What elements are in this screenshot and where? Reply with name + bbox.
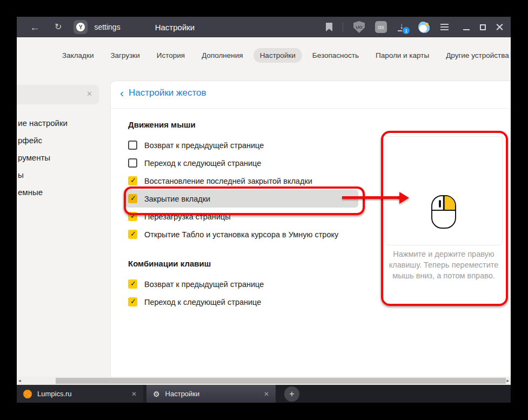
mouse-wheel-icon: [439, 200, 441, 208]
lumpics-favicon: [23, 390, 32, 398]
mouse-divider-vertical: [443, 196, 445, 210]
mouse-right-button-highlight: [444, 196, 455, 210]
download-base-line: [398, 30, 402, 31]
browser-window: ← ↻ Y settings Настройки UO ɑs ↓ 1 Закла…: [17, 17, 511, 403]
bookmark-icon[interactable]: [326, 23, 332, 31]
gesture-hint-text: Нажмите и держите правую клавишу. Теперь…: [384, 249, 504, 281]
nav-tab-addons[interactable]: Дополнения: [195, 48, 249, 63]
checkbox[interactable]: [128, 297, 137, 306]
tab-label: Lumpics.ru: [37, 390, 131, 398]
back-icon[interactable]: ←: [30, 22, 40, 32]
screenshot-root: { "colors": { "accent_yellow": "#ffcc00"…: [0, 0, 528, 420]
checkbox[interactable]: [128, 212, 137, 221]
gestures-page-title: Настройки жестов: [129, 88, 206, 98]
sidebar-item-interface[interactable]: рфейс: [18, 136, 42, 145]
checkbox[interactable]: [128, 141, 137, 150]
nav-tab-devices[interactable]: Другие устройства: [439, 48, 511, 63]
toolbar-divider: [343, 22, 343, 32]
nav-tab-security[interactable]: Безопасность: [306, 48, 365, 63]
maximize-button[interactable]: [480, 24, 486, 30]
sidebar-item-system[interactable]: емные: [18, 188, 43, 197]
checkbox[interactable]: [128, 279, 137, 289]
gesture-option-row-highlighted[interactable]: Закрытие вкладки: [125, 190, 358, 208]
alice-assistant-icon[interactable]: [418, 21, 430, 33]
settings-main-panel: ‹ Настройки жестов Движения мыши Возврат…: [111, 81, 511, 377]
mouse-illustration: [431, 195, 456, 229]
minimize-button[interactable]: [463, 24, 470, 30]
reload-icon[interactable]: ↻: [55, 23, 62, 31]
sidebar-item-general[interactable]: ие настройки: [18, 118, 68, 128]
sidebar-item-sites[interactable]: ы: [18, 170, 24, 179]
checkbox[interactable]: [128, 176, 137, 185]
nav-tab-downloads[interactable]: Загрузки: [104, 48, 146, 63]
page-title-toolbar: Настройки: [155, 23, 195, 32]
scroll-right-arrow-icon[interactable]: ▸: [506, 377, 509, 384]
close-window-button[interactable]: [496, 24, 503, 31]
back-chevron-icon[interactable]: ‹: [120, 87, 124, 98]
gesture-option-label: Возврат к предыдущей странице: [144, 280, 264, 289]
gesture-option-label: Возврат к предыдущей странице: [144, 141, 264, 150]
search-clear-icon[interactable]: ✕: [86, 90, 92, 98]
downloads-icon[interactable]: ↓ 1: [397, 21, 408, 33]
checkbox[interactable]: [128, 158, 137, 168]
nav-tab-settings[interactable]: Настройки: [253, 48, 302, 63]
menu-icon[interactable]: [440, 24, 449, 30]
mouse-divider-horizontal: [432, 210, 455, 211]
gesture-option-label: Перезагрузка страницы: [144, 212, 231, 221]
scrollbar-thumb[interactable]: [56, 378, 506, 384]
checkbox[interactable]: [128, 230, 137, 239]
yandex-logo-letter: Y: [76, 23, 85, 31]
gesture-option-row[interactable]: Переход к следующей странице: [128, 293, 511, 311]
gestures-page-header[interactable]: ‹ Настройки жестов: [120, 88, 206, 98]
gesture-option-label: Восстановление последней закрытой вкладк…: [144, 177, 312, 185]
browser-tab-bar: Lumpics.ru ✕ ⚙ Настройки ✕ +: [17, 385, 511, 403]
browser-toolbar: ← ↻ Y settings Настройки UO ɑs ↓ 1: [17, 17, 511, 37]
tab-settings[interactable]: ⚙ Настройки ✕: [146, 385, 276, 403]
checkbox[interactable]: [128, 194, 137, 203]
nav-tab-passwords[interactable]: Пароли и карты: [369, 48, 436, 63]
gesture-option-label: Переход к следующей странице: [144, 298, 261, 306]
ublock-extension-icon[interactable]: UO: [353, 21, 365, 33]
new-tab-button[interactable]: +: [284, 386, 299, 402]
gesture-option-label: Закрытие вкладки: [144, 195, 210, 203]
settings-sidebar: ✕ ие настройки рфейс рументы ы емные: [17, 37, 110, 377]
tab-label: Настройки: [165, 390, 264, 398]
settings-nav: Закладки Загрузки История Дополнения Нас…: [56, 48, 511, 63]
address-bar-url[interactable]: settings: [94, 23, 120, 31]
header-divider: [111, 108, 511, 109]
horizontal-scrollbar[interactable]: ◂ ▸: [17, 377, 511, 385]
gesture-option-label: Переход к следующей странице: [144, 159, 261, 168]
tab-lumpics[interactable]: Lumpics.ru ✕: [17, 385, 143, 403]
scroll-left-arrow-icon[interactable]: ◂: [18, 377, 21, 384]
gesture-preview-card: [385, 136, 503, 245]
sidebar-item-tools[interactable]: рументы: [18, 153, 50, 162]
gesture-option-label: Открытие Табло и установка курсора в Умн…: [144, 230, 338, 239]
section-heading-mouse-moves: Движения мыши: [128, 120, 511, 129]
nav-tab-history[interactable]: История: [150, 48, 191, 63]
tab-close-icon[interactable]: ✕: [264, 390, 269, 398]
tab-close-icon[interactable]: ✕: [131, 390, 137, 398]
yandex-logo-icon[interactable]: Y: [73, 20, 88, 34]
sidebar-search-input[interactable]: ✕: [17, 85, 99, 104]
toolbar-right-group: UO ɑs ↓ 1: [326, 21, 503, 33]
lastfm-extension-icon[interactable]: ɑs: [375, 21, 387, 33]
downloads-badge: 1: [403, 27, 410, 34]
gear-icon: ⚙: [153, 390, 160, 398]
